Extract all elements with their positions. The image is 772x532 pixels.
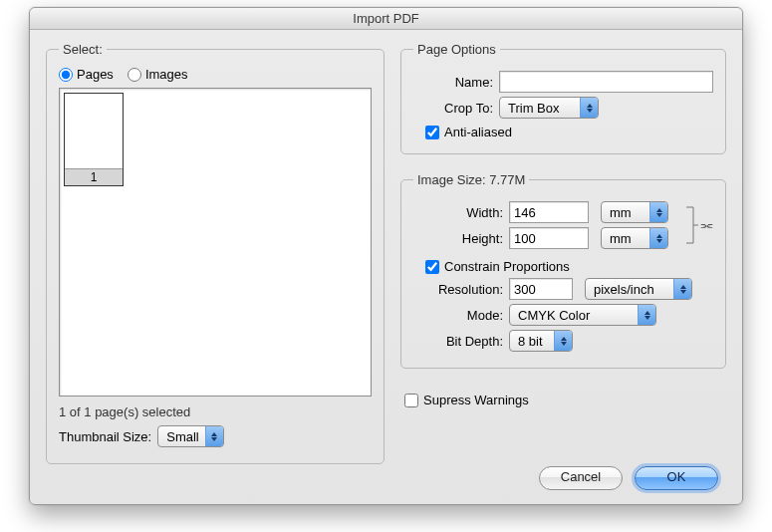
mode-value: CMYK Color <box>518 308 638 323</box>
radio-images-label: Images <box>145 67 188 82</box>
radio-images[interactable]: Images <box>128 67 188 82</box>
height-unit-select[interactable]: mm <box>601 227 668 249</box>
height-input[interactable] <box>509 227 589 249</box>
page-thumbnail-label: 1 <box>65 168 123 185</box>
page-preview-list[interactable]: 1 <box>59 88 372 397</box>
page-options-group: Page Options Name: Crop To: Trim Box Ant… <box>400 42 726 154</box>
constrain-label: Constrain Proportions <box>444 259 570 274</box>
width-label: Width: <box>413 205 503 220</box>
page-options-legend: Page Options <box>413 42 500 57</box>
bitdepth-label: Bit Depth: <box>413 334 503 349</box>
bitdepth-value: 8 bit <box>518 334 554 349</box>
mode-select[interactable]: CMYK Color <box>509 304 656 326</box>
antialias-label: Anti-aliased <box>444 125 512 139</box>
select-group: Select: Pages Images 1 <box>46 42 385 464</box>
cancel-button[interactable]: Cancel <box>539 466 623 490</box>
name-input[interactable] <box>499 71 713 93</box>
width-unit-value: mm <box>610 205 649 220</box>
ok-button[interactable]: OK <box>635 466 718 490</box>
width-input[interactable] <box>509 201 589 223</box>
window-title: Import PDF <box>30 8 742 30</box>
import-pdf-dialog: Import PDF Select: Pages Images <box>29 7 743 505</box>
resolution-unit-value: pixels/inch <box>594 282 673 297</box>
radio-pages[interactable]: Pages <box>59 67 114 82</box>
dropdown-arrows-icon <box>673 279 691 299</box>
image-size-group: Image Size: 7.77M Width: mm Height <box>400 172 726 369</box>
radio-pages-input[interactable] <box>59 68 73 82</box>
resolution-unit-select[interactable]: pixels/inch <box>585 278 692 300</box>
suppress-warnings-label: Supress Warnings <box>423 393 529 407</box>
thumbnail-size-select[interactable]: Small <box>157 425 224 447</box>
dropdown-arrows-icon <box>638 305 655 325</box>
crop-to-select[interactable]: Trim Box <box>499 97 599 119</box>
radio-images-input[interactable] <box>128 68 141 82</box>
crop-to-value: Trim Box <box>508 101 580 116</box>
suppress-warnings-checkbox[interactable] <box>404 394 418 407</box>
thumbnail-size-label: Thumbnail Size: <box>59 429 151 444</box>
radio-pages-label: Pages <box>77 67 114 82</box>
image-size-legend: Image Size: 7.77M <box>413 172 529 187</box>
select-legend: Select: <box>59 42 107 57</box>
thumbnail-size-value: Small <box>166 429 205 444</box>
selection-status: 1 of 1 page(s) selected <box>59 404 372 419</box>
chain-link-icon: ⫘ <box>699 217 713 233</box>
dropdown-arrows-icon <box>580 98 598 118</box>
page-thumbnail-canvas <box>65 94 123 168</box>
constrain-link-bracket <box>685 201 699 249</box>
dropdown-arrows-icon <box>205 426 223 446</box>
page-thumbnail[interactable]: 1 <box>64 93 124 186</box>
dropdown-arrows-icon <box>554 331 572 351</box>
resolution-label: Resolution: <box>413 282 503 297</box>
name-label: Name: <box>413 75 493 90</box>
mode-label: Mode: <box>413 308 503 323</box>
height-unit-value: mm <box>610 231 649 246</box>
resolution-input[interactable] <box>509 278 573 300</box>
bitdepth-select[interactable]: 8 bit <box>509 330 573 352</box>
dropdown-arrows-icon <box>649 202 667 222</box>
crop-to-label: Crop To: <box>413 101 493 116</box>
dropdown-arrows-icon <box>649 228 667 248</box>
antialias-checkbox[interactable] <box>425 126 439 139</box>
width-unit-select[interactable]: mm <box>601 201 668 223</box>
height-label: Height: <box>413 231 503 246</box>
constrain-checkbox[interactable] <box>425 260 439 274</box>
